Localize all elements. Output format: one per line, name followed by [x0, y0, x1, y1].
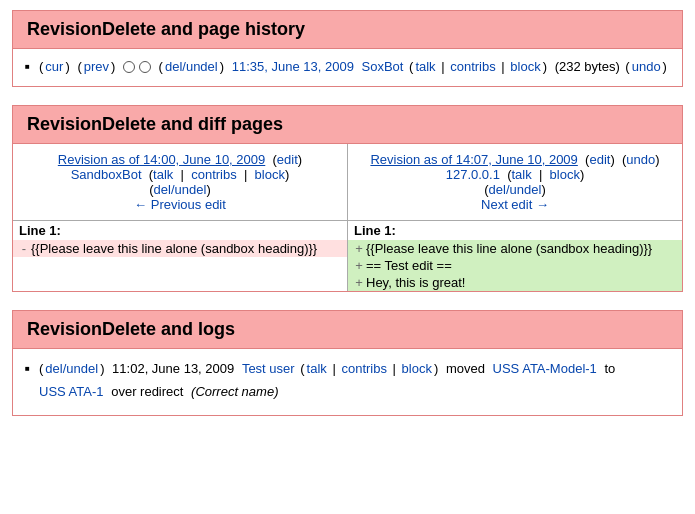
diff-line-row: Line 1: Line 1: — [13, 221, 682, 241]
diff-empty-cell — [13, 257, 348, 274]
history-user-link[interactable]: SoxBot — [362, 59, 404, 74]
diff-section-header: RevisionDelete and diff pages — [12, 105, 683, 144]
diff-new-cell-2: + == Test edit == — [348, 257, 683, 274]
logs-action: moved — [446, 359, 485, 380]
diff-new-cell-3: + Hey, this is great! — [348, 274, 683, 291]
logs-section: RevisionDelete and logs (del/undel) 11:0… — [12, 310, 683, 416]
diff-old-text-1: {{Please leave this line alone (sandbox … — [31, 241, 343, 256]
diff-right-user-link[interactable]: 127.0.0.1 — [446, 167, 500, 182]
history-paren-open2: ( — [77, 59, 81, 74]
diff-left-edit-link[interactable]: edit — [277, 152, 298, 167]
diff-new-text-2: == Test edit == — [366, 258, 678, 273]
history-entry: (cur) (prev) (del/undel) 11:35, June 13,… — [27, 59, 668, 74]
diff-right-revision-link[interactable]: Revision as of 14:07, June 10, 2009 — [370, 152, 577, 167]
diff-left-user-link[interactable]: SandboxBot — [71, 167, 142, 182]
diff-right-delundel-link[interactable]: del/undel — [489, 182, 542, 197]
radio1[interactable] — [123, 61, 135, 73]
logs-block-link[interactable]: block — [402, 359, 432, 380]
diff-old-sign-1: - — [17, 241, 31, 256]
diff-left-talk-link[interactable]: talk — [153, 167, 173, 182]
diff-left-block-link[interactable]: block — [255, 167, 285, 182]
diff-section: RevisionDelete and diff pages Revision a… — [12, 105, 683, 292]
logs-delundel-link[interactable]: del/undel — [45, 359, 98, 380]
diff-empty-cell-2 — [13, 274, 348, 291]
logs-section-header: RevisionDelete and logs — [12, 310, 683, 349]
diff-right-undo-link[interactable]: undo — [626, 152, 655, 167]
diff-content-row-3: + Hey, this is great! — [13, 274, 682, 291]
history-delundel-link[interactable]: del/undel — [165, 59, 218, 74]
diff-new-sign-2: + — [352, 258, 366, 273]
logs-reason: (Correct name) — [191, 382, 278, 403]
history-prev-link[interactable]: prev — [84, 59, 109, 74]
history-undo-link[interactable]: undo — [632, 59, 661, 74]
diff-right-block-link[interactable]: block — [550, 167, 580, 182]
history-title: RevisionDelete and page history — [27, 19, 305, 39]
diff-right-header: Revision as of 14:07, June 10, 2009 (edi… — [348, 144, 683, 221]
diff-content-row-2: + == Test edit == — [13, 257, 682, 274]
logs-over-redirect: over redirect — [111, 382, 183, 403]
diff-new-sign-3: + — [352, 275, 366, 290]
history-size: (232 bytes) — [555, 59, 620, 74]
history-block-link[interactable]: block — [510, 59, 540, 74]
history-talk-link[interactable]: talk — [415, 59, 435, 74]
logs-to-text: to — [604, 359, 615, 380]
diff-old-cell-1: - {{Please leave this line alone (sandbo… — [13, 240, 348, 257]
diff-right-edit-link[interactable]: edit — [589, 152, 610, 167]
logs-title: RevisionDelete and logs — [27, 319, 235, 339]
diff-new-text-3: Hey, this is great! — [366, 275, 678, 290]
diff-header-row: Revision as of 14:00, June 10, 2009 (edi… — [13, 144, 682, 221]
diff-content-row-1: - {{Please leave this line alone (sandbo… — [13, 240, 682, 257]
logs-from-link[interactable]: USS ATA-Model-1 — [493, 359, 597, 380]
logs-section-body: (del/undel) 11:02, June 13, 2009 Test us… — [12, 349, 683, 416]
history-contribs-link[interactable]: contribs — [450, 59, 496, 74]
history-paren-close: ) — [65, 59, 69, 74]
logs-contribs-link[interactable]: contribs — [341, 359, 387, 380]
diff-new-text-1: {{Please leave this line alone (sandbox … — [366, 241, 678, 256]
history-paren-open: ( — [39, 59, 43, 74]
history-paren-close2: ) — [111, 59, 115, 74]
diff-left-delundel-link[interactable]: del/undel — [154, 182, 207, 197]
diff-section-body: Revision as of 14:00, June 10, 2009 (edi… — [12, 144, 683, 292]
diff-left-line-label: Line 1: — [13, 221, 348, 241]
diff-new-sign-1: + — [352, 241, 366, 256]
diff-left-prev-link[interactable]: ← Previous edit — [134, 197, 226, 212]
history-timestamp-link[interactable]: 11:35, June 13, 2009 — [232, 59, 354, 74]
diff-left-header: Revision as of 14:00, June 10, 2009 (edi… — [13, 144, 348, 221]
logs-to-link[interactable]: USS ATA-1 — [39, 382, 104, 403]
diff-right-next-link[interactable]: Next edit → — [481, 197, 549, 212]
radio2[interactable] — [139, 61, 151, 73]
logs-talk-link[interactable]: talk — [307, 359, 327, 380]
logs-user-link[interactable]: Test user — [242, 359, 295, 380]
diff-left-contribs-link[interactable]: contribs — [191, 167, 237, 182]
history-section: RevisionDelete and page history (cur) (p… — [12, 10, 683, 87]
history-section-body: (cur) (prev) (del/undel) 11:35, June 13,… — [12, 49, 683, 87]
diff-new-cell-1: + {{Please leave this line alone (sandbo… — [348, 240, 683, 257]
diff-right-talk-link[interactable]: talk — [512, 167, 532, 182]
history-section-header: RevisionDelete and page history — [12, 10, 683, 49]
diff-left-revision-link[interactable]: Revision as of 14:00, June 10, 2009 — [58, 152, 265, 167]
history-cur-link[interactable]: cur — [45, 59, 63, 74]
logs-timestamp: 11:02, June 13, 2009 — [112, 359, 234, 380]
diff-title: RevisionDelete and diff pages — [27, 114, 283, 134]
diff-right-line-label: Line 1: — [348, 221, 683, 241]
logs-entry: (del/undel) 11:02, June 13, 2009 Test us… — [27, 359, 668, 403]
